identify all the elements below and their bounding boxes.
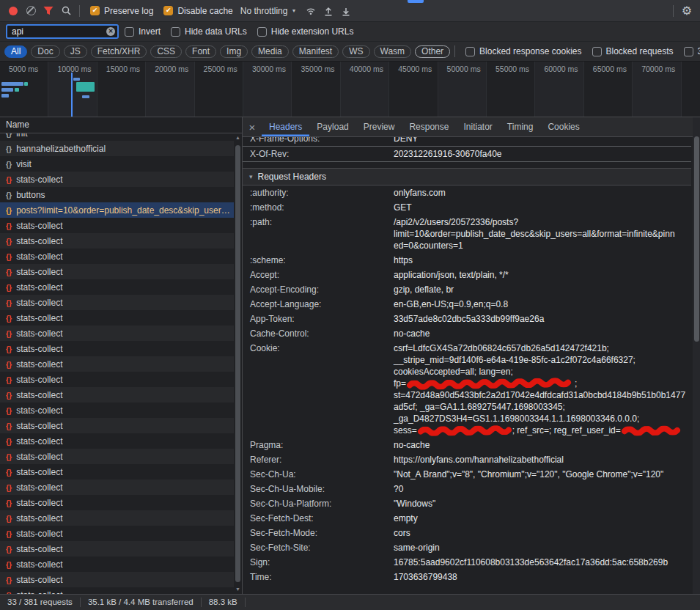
checkbox-hide-data-urls[interactable]: ✔Hide data URLs <box>171 26 247 37</box>
header-name: Sec-Ch-Ua-Mobile: <box>250 483 394 495</box>
filter-input[interactable] <box>6 24 119 39</box>
header-row: Pragma:no-cache <box>243 438 691 452</box>
header-name: Accept: <box>250 269 394 281</box>
request-row-stats-collect[interactable]: {}stats-collect <box>0 541 234 556</box>
type-filter-manifest[interactable]: Manifest <box>292 45 339 58</box>
tab-preview[interactable]: Preview <box>356 117 402 136</box>
request-row-stats-collect[interactable]: {}stats-collect <box>0 403 234 418</box>
header-value: https://onlyfans.com/hannahelizabethoffi… <box>394 454 691 466</box>
request-row-stats-collect[interactable]: {}stats-collect <box>0 418 234 433</box>
tab-headers[interactable]: Headers <box>262 117 309 136</box>
type-filter-js[interactable]: JS <box>64 45 87 58</box>
request-name: stats-collect <box>16 467 62 477</box>
filter-toggle-button[interactable] <box>40 2 57 20</box>
request-row-stats-collect[interactable]: {}stats-collect <box>0 479 234 495</box>
requests-scrollbar[interactable]: ▲ ▼ <box>234 133 242 594</box>
settings-button[interactable]: ⚙ <box>678 2 696 20</box>
check-icon: ✔ <box>92 7 98 14</box>
timeline-tick-label: 20000 ms <box>155 65 188 73</box>
request-row-posts-limit-10-order-publish-dat[interactable]: {}posts?limit=10&order=publish_date_desc… <box>0 202 234 218</box>
clear-network-log-button[interactable] <box>22 2 40 20</box>
search-button[interactable] <box>57 2 75 20</box>
request-row-stats-collect[interactable]: {}stats-collect <box>0 279 234 295</box>
request-row-stats-collect[interactable]: {}stats-collect <box>0 587 234 594</box>
script-braces-icon: {} <box>6 221 12 230</box>
request-name: stats-collect <box>16 390 62 400</box>
header-name: Sec-Ch-Ua-Platform: <box>250 498 394 510</box>
tab-initiator[interactable]: Initiator <box>456 117 499 136</box>
request-row-stats-collect[interactable]: {}stats-collect <box>0 218 234 233</box>
clear-filter-icon[interactable]: ✕ <box>106 27 115 36</box>
request-row-stats-collect[interactable]: {}stats-collect <box>0 326 234 341</box>
type-filter-fetch-xhr[interactable]: Fetch/XHR <box>91 45 147 58</box>
request-name: stats-collect <box>16 436 62 447</box>
record-button[interactable] <box>4 2 22 20</box>
checkbox-invert[interactable]: ✔Invert <box>125 26 161 37</box>
request-row-stats-collect[interactable]: {}stats-collect <box>0 464 234 479</box>
request-details-panel: × HeadersPayloadPreviewResponseInitiator… <box>243 117 700 594</box>
request-row-visit[interactable]: {}visit <box>0 156 234 172</box>
request-row-stats-collect[interactable]: {}stats-collect <box>0 264 234 279</box>
request-row-buttons[interactable]: {}buttons <box>0 187 234 202</box>
request-row-stats-collect[interactable]: {}stats-collect <box>0 249 234 264</box>
scroll-up-icon: ▲ <box>235 135 240 141</box>
export-har-button[interactable] <box>337 2 355 20</box>
header-name: :scheme: <box>250 254 394 266</box>
checkbox-3rd-party-requests[interactable]: ✔3rd-party requests <box>684 46 700 56</box>
header-row: Accept:application/json, text/plain, */* <box>243 268 691 282</box>
throttling-select[interactable]: No throttling ▼ <box>240 6 297 16</box>
type-filter-img[interactable]: Img <box>220 45 248 58</box>
type-filter-other[interactable]: Other <box>415 45 450 58</box>
scrollbar-thumb[interactable] <box>235 145 240 582</box>
request-row-stats-collect[interactable]: {}stats-collect <box>0 341 234 356</box>
type-filter-ws[interactable]: WS <box>342 45 369 58</box>
checkbox-blocked-response-cookies[interactable]: ✔Blocked response cookies <box>465 46 581 56</box>
checkbox-blocked-requests[interactable]: ✔Blocked requests <box>592 46 674 56</box>
type-filter-media[interactable]: Media <box>251 45 289 58</box>
type-filter-font[interactable]: Font <box>185 45 216 58</box>
type-filter-wasm[interactable]: Wasm <box>374 45 412 58</box>
request-row-stats-collect[interactable]: {}stats-collect <box>0 449 234 464</box>
type-filter-css[interactable]: CSS <box>150 45 182 58</box>
request-row-init[interactable]: {}init <box>0 133 234 141</box>
name-column-header[interactable]: Name <box>0 117 242 133</box>
tab-timing[interactable]: Timing <box>500 117 541 136</box>
network-conditions-button[interactable] <box>302 2 320 20</box>
request-headers-section-header[interactable]: ▾ Request Headers <box>243 168 691 185</box>
request-row-stats-collect[interactable]: {}stats-collect <box>0 172 234 187</box>
request-row-stats-collect[interactable]: {}stats-collect <box>0 372 234 387</box>
request-row-hannahelizabethofficial[interactable]: {}hannahelizabethofficial <box>0 141 234 156</box>
request-name: stats-collect <box>16 313 62 323</box>
details-scrollbar[interactable] <box>693 117 700 594</box>
request-name: stats-collect <box>16 236 62 246</box>
tab-payload[interactable]: Payload <box>309 117 355 136</box>
request-name: stats-collect <box>16 405 62 416</box>
request-row-stats-collect[interactable]: {}stats-collect <box>0 233 234 249</box>
tab-response[interactable]: Response <box>402 117 456 136</box>
request-row-stats-collect[interactable]: {}stats-collect <box>0 295 234 310</box>
request-row-stats-collect[interactable]: {}stats-collect <box>0 310 234 326</box>
request-row-stats-collect[interactable]: {}stats-collect <box>0 556 234 572</box>
type-filter-doc[interactable]: Doc <box>31 45 59 58</box>
request-row-stats-collect[interactable]: {}stats-collect <box>0 387 234 403</box>
request-row-stats-collect[interactable]: {}stats-collect <box>0 495 234 510</box>
checkbox-hide-extension-urls[interactable]: ✔Hide extension URLs <box>257 26 354 37</box>
request-row-stats-collect[interactable]: {}stats-collect <box>0 572 234 587</box>
import-har-button[interactable] <box>320 2 337 20</box>
request-row-stats-collect[interactable]: {}stats-collect <box>0 433 234 449</box>
script-braces-icon: {} <box>6 514 12 523</box>
checkbox-preserve-log[interactable]: ✔Preserve log <box>90 6 153 16</box>
close-details-button[interactable]: × <box>243 117 262 136</box>
request-row-stats-collect[interactable]: {}stats-collect <box>0 510 234 526</box>
scrollbar-thumb[interactable] <box>694 136 699 342</box>
timeline-overview[interactable]: 5000 ms10000 ms15000 ms20000 ms25000 ms3… <box>0 62 700 117</box>
request-name: stats-collect <box>16 452 62 462</box>
name-column-label: Name <box>6 120 29 130</box>
checkbox-disable-cache-label: Disable cache <box>177 6 232 16</box>
checkbox-disable-cache[interactable]: ✔Disable cache <box>163 6 232 16</box>
request-row-stats-collect[interactable]: {}stats-collect <box>0 526 234 541</box>
header-row: Sign:16785:5aad9602cf110608b03133de56364… <box>243 555 691 570</box>
type-filter-all[interactable]: All <box>4 45 27 58</box>
tab-cookies[interactable]: Cookies <box>540 117 586 136</box>
request-row-stats-collect[interactable]: {}stats-collect <box>0 356 234 372</box>
